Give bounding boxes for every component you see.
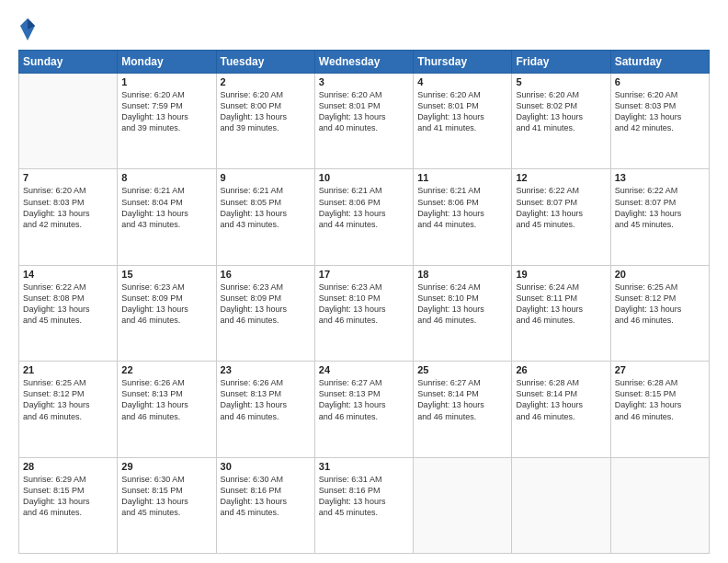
day-info: Sunrise: 6:27 AM Sunset: 8:13 PM Dayligh… (319, 377, 409, 422)
day-number: 4 (417, 76, 507, 87)
day-number: 1 (121, 76, 211, 87)
day-number: 13 (615, 172, 705, 183)
day-info: Sunrise: 6:20 AM Sunset: 8:03 PM Dayligh… (23, 185, 113, 230)
day-info: Sunrise: 6:26 AM Sunset: 8:13 PM Dayligh… (121, 377, 211, 422)
column-header-sunday: Sunday (19, 51, 118, 74)
week-row-2: 7Sunrise: 6:20 AM Sunset: 8:03 PM Daylig… (19, 169, 710, 265)
day-info: Sunrise: 6:23 AM Sunset: 8:10 PM Dayligh… (319, 282, 409, 327)
day-cell: 6Sunrise: 6:20 AM Sunset: 8:03 PM Daylig… (610, 74, 709, 169)
day-cell: 27Sunrise: 6:28 AM Sunset: 8:15 PM Dayli… (610, 362, 709, 457)
header-row: SundayMondayTuesdayWednesdayThursdayFrid… (19, 51, 710, 74)
calendar-table: SundayMondayTuesdayWednesdayThursdayFrid… (18, 50, 710, 554)
day-cell: 2Sunrise: 6:20 AM Sunset: 8:00 PM Daylig… (216, 74, 314, 169)
day-cell: 5Sunrise: 6:20 AM Sunset: 8:02 PM Daylig… (512, 74, 610, 169)
day-number: 6 (615, 76, 705, 87)
day-cell: 7Sunrise: 6:20 AM Sunset: 8:03 PM Daylig… (19, 169, 118, 265)
day-number: 28 (23, 461, 113, 472)
day-info: Sunrise: 6:29 AM Sunset: 8:15 PM Dayligh… (23, 474, 113, 519)
page: SundayMondayTuesdayWednesdayThursdayFrid… (0, 0, 728, 563)
day-info: Sunrise: 6:25 AM Sunset: 8:12 PM Dayligh… (615, 282, 705, 327)
day-number: 3 (319, 76, 409, 87)
day-cell: 8Sunrise: 6:21 AM Sunset: 8:04 PM Daylig… (118, 169, 216, 265)
column-header-friday: Friday (512, 51, 610, 74)
day-info: Sunrise: 6:20 AM Sunset: 8:03 PM Dayligh… (615, 89, 705, 134)
day-cell: 15Sunrise: 6:23 AM Sunset: 8:09 PM Dayli… (118, 265, 216, 361)
day-info: Sunrise: 6:25 AM Sunset: 8:12 PM Dayligh… (23, 377, 113, 422)
day-number: 17 (319, 269, 409, 280)
day-info: Sunrise: 6:20 AM Sunset: 8:01 PM Dayligh… (319, 89, 409, 134)
day-cell: 19Sunrise: 6:24 AM Sunset: 8:11 PM Dayli… (512, 265, 610, 361)
day-info: Sunrise: 6:27 AM Sunset: 8:14 PM Dayligh… (417, 377, 507, 422)
day-number: 15 (121, 269, 211, 280)
day-cell: 18Sunrise: 6:24 AM Sunset: 8:10 PM Dayli… (414, 265, 512, 361)
day-cell: 9Sunrise: 6:21 AM Sunset: 8:05 PM Daylig… (216, 169, 314, 265)
day-number: 12 (516, 172, 606, 183)
day-number: 9 (221, 172, 311, 183)
day-info: Sunrise: 6:20 AM Sunset: 8:02 PM Dayligh… (516, 89, 606, 134)
day-cell: 1Sunrise: 6:20 AM Sunset: 7:59 PM Daylig… (118, 74, 216, 169)
day-info: Sunrise: 6:24 AM Sunset: 8:10 PM Dayligh… (417, 282, 507, 327)
day-cell: 3Sunrise: 6:20 AM Sunset: 8:01 PM Daylig… (314, 74, 413, 169)
week-row-5: 28Sunrise: 6:29 AM Sunset: 8:15 PM Dayli… (19, 457, 710, 553)
day-cell: 22Sunrise: 6:26 AM Sunset: 8:13 PM Dayli… (118, 362, 216, 457)
day-number: 8 (121, 172, 211, 183)
column-header-tuesday: Tuesday (216, 51, 314, 74)
day-info: Sunrise: 6:22 AM Sunset: 8:07 PM Dayligh… (615, 185, 705, 230)
day-info: Sunrise: 6:31 AM Sunset: 8:16 PM Dayligh… (319, 474, 409, 519)
day-info: Sunrise: 6:30 AM Sunset: 8:15 PM Dayligh… (121, 474, 211, 519)
header (18, 17, 710, 42)
day-cell (19, 74, 118, 169)
day-info: Sunrise: 6:24 AM Sunset: 8:11 PM Dayligh… (516, 282, 606, 327)
day-number: 5 (516, 76, 606, 87)
day-info: Sunrise: 6:21 AM Sunset: 8:06 PM Dayligh… (319, 185, 409, 230)
day-cell (610, 457, 709, 553)
day-number: 21 (23, 364, 113, 375)
column-header-monday: Monday (118, 51, 216, 74)
day-info: Sunrise: 6:22 AM Sunset: 8:07 PM Dayligh… (516, 185, 606, 230)
day-cell: 23Sunrise: 6:26 AM Sunset: 8:13 PM Dayli… (216, 362, 314, 457)
day-number: 24 (319, 364, 409, 375)
day-info: Sunrise: 6:28 AM Sunset: 8:14 PM Dayligh… (516, 377, 606, 422)
day-cell: 24Sunrise: 6:27 AM Sunset: 8:13 PM Dayli… (314, 362, 413, 457)
day-number: 14 (23, 269, 113, 280)
day-number: 2 (221, 76, 311, 87)
day-cell: 10Sunrise: 6:21 AM Sunset: 8:06 PM Dayli… (314, 169, 413, 265)
day-info: Sunrise: 6:22 AM Sunset: 8:08 PM Dayligh… (23, 282, 113, 327)
day-number: 30 (221, 461, 311, 472)
logo-icon (18, 17, 37, 42)
day-number: 20 (615, 269, 705, 280)
week-row-1: 1Sunrise: 6:20 AM Sunset: 7:59 PM Daylig… (19, 74, 710, 169)
day-number: 19 (516, 269, 606, 280)
day-info: Sunrise: 6:20 AM Sunset: 8:00 PM Dayligh… (221, 89, 311, 134)
day-number: 27 (615, 364, 705, 375)
day-cell: 25Sunrise: 6:27 AM Sunset: 8:14 PM Dayli… (414, 362, 512, 457)
day-cell (512, 457, 610, 553)
column-header-saturday: Saturday (610, 51, 709, 74)
day-info: Sunrise: 6:20 AM Sunset: 7:59 PM Dayligh… (121, 89, 211, 134)
day-number: 23 (221, 364, 311, 375)
day-number: 26 (516, 364, 606, 375)
day-cell: 30Sunrise: 6:30 AM Sunset: 8:16 PM Dayli… (216, 457, 314, 553)
day-cell: 14Sunrise: 6:22 AM Sunset: 8:08 PM Dayli… (19, 265, 118, 361)
day-cell: 20Sunrise: 6:25 AM Sunset: 8:12 PM Dayli… (610, 265, 709, 361)
day-info: Sunrise: 6:23 AM Sunset: 8:09 PM Dayligh… (221, 282, 311, 327)
day-info: Sunrise: 6:20 AM Sunset: 8:01 PM Dayligh… (417, 89, 507, 134)
day-cell: 11Sunrise: 6:21 AM Sunset: 8:06 PM Dayli… (414, 169, 512, 265)
day-cell: 13Sunrise: 6:22 AM Sunset: 8:07 PM Dayli… (610, 169, 709, 265)
day-info: Sunrise: 6:30 AM Sunset: 8:16 PM Dayligh… (221, 474, 311, 519)
day-number: 10 (319, 172, 409, 183)
day-info: Sunrise: 6:23 AM Sunset: 8:09 PM Dayligh… (121, 282, 211, 327)
day-cell: 28Sunrise: 6:29 AM Sunset: 8:15 PM Dayli… (19, 457, 118, 553)
day-number: 31 (319, 461, 409, 472)
column-header-thursday: Thursday (414, 51, 512, 74)
day-cell: 17Sunrise: 6:23 AM Sunset: 8:10 PM Dayli… (314, 265, 413, 361)
day-cell: 31Sunrise: 6:31 AM Sunset: 8:16 PM Dayli… (314, 457, 413, 553)
day-number: 29 (121, 461, 211, 472)
day-number: 25 (417, 364, 507, 375)
day-cell: 21Sunrise: 6:25 AM Sunset: 8:12 PM Dayli… (19, 362, 118, 457)
day-cell: 4Sunrise: 6:20 AM Sunset: 8:01 PM Daylig… (414, 74, 512, 169)
column-header-wednesday: Wednesday (314, 51, 413, 74)
week-row-4: 21Sunrise: 6:25 AM Sunset: 8:12 PM Dayli… (19, 362, 710, 457)
day-info: Sunrise: 6:21 AM Sunset: 8:05 PM Dayligh… (221, 185, 311, 230)
day-number: 22 (121, 364, 211, 375)
